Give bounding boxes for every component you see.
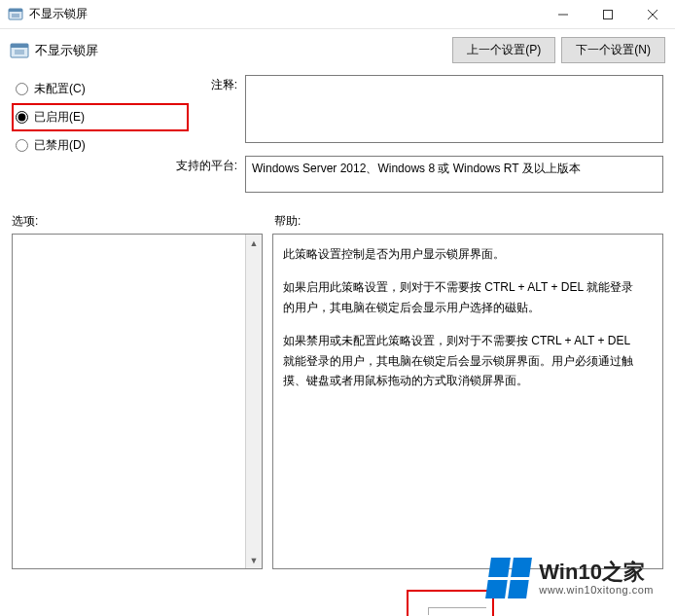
highlight-box-bottom [407, 590, 494, 616]
svg-rect-1 [9, 9, 22, 12]
svg-rect-8 [11, 44, 28, 48]
svg-rect-9 [15, 50, 24, 54]
radio-not-configured-input[interactable] [16, 83, 28, 95]
policy-icon [10, 41, 29, 60]
window-title: 不显示锁屏 [29, 6, 541, 22]
lower-labels: 选项: 帮助: [12, 213, 663, 230]
help-paragraph: 如果启用此策略设置，则对于不需要按 CTRL + ALT + DEL 就能登录的… [283, 277, 641, 317]
title-bar: 不显示锁屏 [0, 0, 675, 29]
help-paragraph: 如果禁用或未配置此策略设置，则对于不需要按 CTRL + ALT + DEL 就… [283, 331, 641, 390]
window-controls [541, 0, 675, 28]
app-icon [8, 7, 23, 22]
radio-enabled-input[interactable] [16, 111, 28, 124]
state-radio-group: 未配置(C) 已启用(E) 已禁用(D) [12, 75, 187, 196]
help-paragraph: 此策略设置控制是否为用户显示锁屏界面。 [283, 244, 641, 264]
comment-label: 注释: [187, 75, 245, 93]
radio-disabled-input[interactable] [16, 139, 28, 152]
svg-rect-4 [604, 10, 613, 18]
help-label: 帮助: [274, 213, 301, 230]
radio-not-configured[interactable]: 未配置(C) [12, 75, 187, 103]
policy-name: 不显示锁屏 [35, 42, 446, 59]
supported-textarea[interactable] [245, 156, 663, 193]
options-pane: ▲ ▼ [12, 234, 263, 569]
radio-label: 已禁用(D) [34, 137, 86, 154]
svg-rect-2 [12, 14, 19, 18]
radio-disabled[interactable]: 已禁用(D) [12, 131, 187, 160]
watermark-url: www.win10xitong.com [539, 584, 654, 596]
radio-label: 未配置(C) [34, 81, 86, 97]
maximize-button[interactable] [586, 0, 630, 28]
header: 不显示锁屏 上一个设置(P) 下一个设置(N) [0, 29, 675, 75]
next-setting-button[interactable]: 下一个设置(N) [561, 37, 665, 63]
minimize-button[interactable] [541, 0, 586, 28]
close-button[interactable] [630, 0, 675, 28]
scrollbar[interactable]: ▲ ▼ [245, 235, 262, 568]
radio-enabled[interactable]: 已启用(E) [12, 103, 187, 131]
comment-textarea[interactable] [245, 75, 663, 143]
help-pane[interactable]: 此策略设置控制是否为用户显示锁屏界面。 如果启用此策略设置，则对于不需要按 CT… [272, 234, 663, 569]
radio-label: 已启用(E) [34, 109, 85, 126]
options-label: 选项: [12, 213, 274, 230]
prev-setting-button[interactable]: 上一个设置(P) [452, 37, 555, 63]
scroll-up-icon[interactable]: ▲ [246, 235, 262, 251]
scroll-down-icon[interactable]: ▼ [246, 552, 262, 568]
